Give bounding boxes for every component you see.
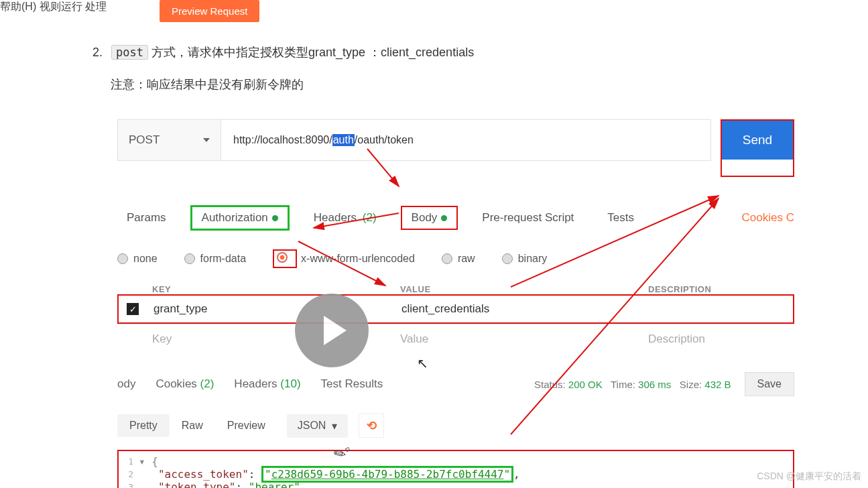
status-value: 200 OK [568, 379, 603, 390]
radio-icon [502, 253, 513, 264]
kv-header: KEY VALUE DESCRIPTION [117, 284, 794, 294]
radio-icon [184, 253, 195, 264]
q: " [265, 468, 271, 481]
preview-request-button[interactable]: Preview Request [160, 0, 259, 22]
radio-xwww[interactable]: x-www-form-urlencoded [273, 249, 415, 268]
note-text: 注意：响应结果中是没有刷新令牌的 [111, 76, 304, 93]
access-token-value: c238d659-69b6-4b79-b885-2b7fc0bf4447 [271, 468, 504, 481]
status-label: Status: [534, 379, 566, 390]
view-pretty[interactable]: Pretty [117, 414, 170, 437]
cursor-icon: ↖ [417, 355, 428, 371]
wrap-icon[interactable]: ⟲ [359, 414, 384, 438]
headers-label: Headers [314, 211, 357, 224]
view-raw[interactable]: Raw [170, 414, 215, 437]
url-pre: http://localhost:8090/ [233, 134, 332, 146]
col-value: VALUE [392, 284, 640, 294]
dot-icon [441, 215, 447, 221]
col-desc: DESCRIPTION [640, 284, 794, 294]
dot-icon [272, 215, 278, 221]
radio-on-icon [277, 252, 288, 263]
chevron-down-icon [203, 138, 210, 142]
watermark: CSDN @健康平安的活着 [757, 471, 861, 483]
q: " [503, 468, 510, 481]
radio-form-data[interactable]: form-data [184, 253, 246, 265]
postman-panel: POST http://localhost:8090/auth/oauth/to… [117, 119, 794, 488]
checkbox-on[interactable]: ✓ [127, 303, 139, 315]
radio-highlight [273, 249, 297, 268]
value-placeholder[interactable]: Value [392, 332, 640, 346]
rc-count: (2) [200, 377, 214, 390]
radio-label: x-www-form-urlencoded [301, 253, 415, 265]
format-select[interactable]: JSON ▾ [287, 414, 349, 438]
kv-row-empty[interactable]: Key Value Description [117, 324, 794, 353]
view-mode-row: Pretty Raw Preview JSON ▾ ⟲ [117, 414, 794, 438]
radio-label: none [133, 253, 158, 265]
tab-pre-request[interactable]: Pre-request Script [473, 207, 583, 229]
desc-placeholder[interactable]: Description [640, 332, 794, 346]
tab-tests[interactable]: Tests [598, 207, 643, 229]
list-item-2: 2. post 方式，请求体中指定授权类型grant_type ：client_… [92, 44, 474, 60]
value-cell[interactable]: client_credentials [393, 302, 641, 316]
response-meta: Status: 200 OK Time: 306 ms Size: 432 B [534, 379, 731, 390]
method-select[interactable]: POST [117, 119, 221, 161]
item2-text: 方式，请求体中指定授权类型grant_type ：client_credenti… [151, 46, 474, 59]
url-input[interactable]: http://localhost:8090/auth/oauth/token [221, 119, 711, 161]
rh-count: (10) [280, 377, 300, 390]
request-tabs: Params Authorization Headers (2) Body Pr… [117, 205, 794, 231]
resp-tab-headers[interactable]: Headers (10) [234, 377, 300, 391]
response-tabs: ody Cookies (2) Headers (10) Test Result… [117, 372, 794, 396]
play-triangle-icon [324, 316, 347, 345]
size-value: 432 B [704, 379, 731, 390]
list-num: 2. [92, 46, 103, 59]
code-post: post [111, 45, 148, 60]
json-label: JSON [298, 420, 326, 432]
url-selected: auth [332, 134, 355, 146]
url-post: /oauth/token [355, 134, 414, 146]
auth-label: Authorization [202, 211, 268, 224]
send-highlight: Send [721, 119, 794, 177]
json-value: "bearer" [249, 481, 300, 488]
menu-text: 帮助(H) 视则运行 处理 [0, 0, 107, 14]
resp-tab-body[interactable]: ody [117, 377, 135, 391]
tab-params[interactable]: Params [117, 207, 176, 229]
rc-label: Cookies [156, 377, 196, 390]
body-label: Body [412, 211, 438, 224]
headers-count: (2) [363, 211, 377, 224]
play-overlay-icon[interactable] [295, 294, 369, 367]
tab-authorization[interactable]: Authorization [190, 205, 290, 231]
resp-tab-tests[interactable]: Test Results [321, 377, 383, 391]
radio-label: raw [458, 253, 475, 265]
view-preview[interactable]: Preview [215, 414, 277, 437]
kv-row-grant-type[interactable]: ✓ grant_type client_credentials [117, 294, 794, 324]
radio-raw[interactable]: raw [442, 253, 475, 265]
radio-none[interactable]: none [117, 253, 158, 265]
send-dropdown[interactable] [722, 160, 793, 176]
method-label: POST [129, 133, 160, 147]
resp-tab-cookies[interactable]: Cookies (2) [156, 377, 214, 391]
tab-headers[interactable]: Headers (2) [304, 207, 386, 229]
radio-label: form-data [200, 253, 246, 265]
request-row: POST http://localhost:8090/auth/oauth/to… [117, 119, 794, 177]
save-button[interactable]: Save [745, 372, 794, 396]
radio-binary[interactable]: binary [502, 253, 548, 265]
size-label: Size: [680, 379, 702, 390]
json-response: 1▾ { 2 "access_token": "c238d659-69b6-4b… [117, 450, 794, 488]
json-key: "token_type" [158, 481, 236, 488]
json-key: "access_token" [158, 468, 249, 481]
rh-label: Headers [234, 377, 277, 390]
send-button[interactable]: Send [722, 121, 793, 160]
time-label: Time: [611, 379, 635, 390]
radio-icon [117, 253, 128, 264]
time-value: 306 ms [638, 379, 671, 390]
radio-label: binary [518, 253, 548, 265]
cookies-link[interactable]: Cookies C [742, 211, 794, 225]
col-key: KEY [144, 284, 392, 294]
radio-icon [442, 253, 452, 264]
tab-body[interactable]: Body [401, 206, 458, 230]
body-type-row: none form-data x-www-form-urlencoded raw… [117, 249, 794, 268]
